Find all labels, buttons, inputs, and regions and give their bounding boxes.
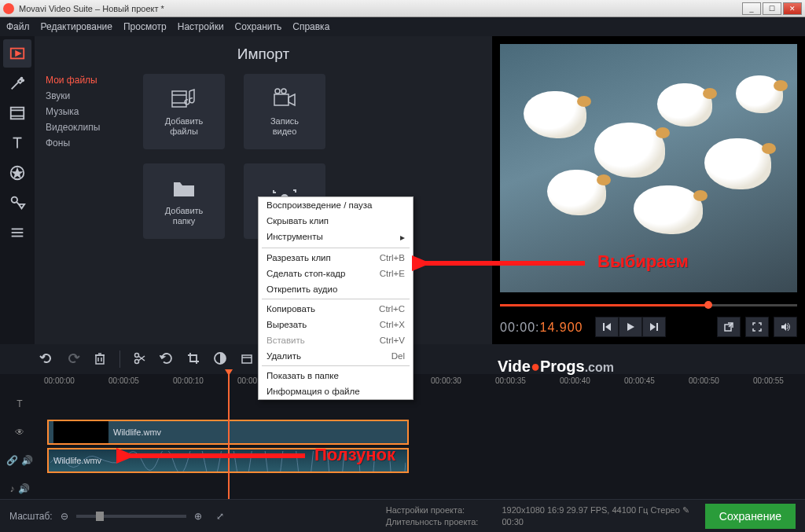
transitions-tab-icon[interactable] xyxy=(3,99,31,127)
ctx-delete[interactable]: УдалитьDel xyxy=(259,348,413,364)
delete-icon[interactable] xyxy=(93,351,107,368)
svg-rect-43 xyxy=(242,355,252,363)
close-button[interactable]: ✕ xyxy=(783,2,802,15)
speaker-icon[interactable]: 🔊 xyxy=(21,455,33,466)
callouts-tab-icon[interactable] xyxy=(3,189,31,217)
annotation-arrow-slider xyxy=(116,440,313,471)
add-files-tile[interactable]: Добавить файлы xyxy=(143,74,225,149)
preview-panel: 00:00:14.900 xyxy=(492,36,805,344)
svg-marker-26 xyxy=(605,323,611,331)
play-button[interactable] xyxy=(619,317,642,337)
zoom-in-icon[interactable]: ⊕ xyxy=(194,511,202,522)
menu-help[interactable]: Справка xyxy=(292,21,329,32)
minimize-button[interactable]: _ xyxy=(742,2,761,15)
import-header: Импорт xyxy=(35,36,492,69)
wizard-icon[interactable] xyxy=(240,351,254,368)
crop-icon[interactable] xyxy=(186,351,200,368)
window-title: Movavi Video Suite – Новый проект * xyxy=(19,4,164,13)
svg-rect-25 xyxy=(603,323,605,331)
camera-icon xyxy=(271,86,298,110)
menubar: Файл Редактирование Просмотр Настройки С… xyxy=(0,17,805,36)
ctx-paste[interactable]: ВставитьCtrl+V xyxy=(259,332,413,348)
record-video-tile[interactable]: Запись видео xyxy=(244,74,325,149)
fullscreen-icon[interactable] xyxy=(745,317,769,337)
menu-view[interactable]: Просмотр xyxy=(123,21,167,32)
ctx-freeze-frame[interactable]: Сделать стоп-кадрCtrl+E xyxy=(259,266,413,281)
proj-duration-label: Длительность проекта: xyxy=(386,517,479,526)
ctx-detach-audio[interactable]: Открепить аудио xyxy=(259,281,413,297)
seek-thumb[interactable] xyxy=(704,301,712,309)
svg-rect-17 xyxy=(172,91,186,107)
titlebar: Movavi Video Suite – Новый проект * _ ☐ … xyxy=(0,0,805,17)
ruler-tick: 00:00:50 xyxy=(689,376,719,385)
sidebar-backgrounds[interactable]: Фоны xyxy=(46,135,137,151)
menu-settings[interactable]: Настройки xyxy=(178,21,224,32)
title-track-icon: T xyxy=(17,398,22,409)
left-toolbar xyxy=(0,36,35,344)
timecode: 00:00:14.900 xyxy=(500,320,583,335)
record-video-label: Запись видео xyxy=(270,116,299,137)
folder-icon xyxy=(171,176,197,200)
prev-button[interactable] xyxy=(595,317,619,337)
zoom-slider[interactable] xyxy=(76,515,186,518)
svg-marker-28 xyxy=(650,323,656,331)
sidebar-clips[interactable]: Видеоклипы xyxy=(46,119,137,135)
ctx-show-in-folder[interactable]: Показать в папке xyxy=(259,368,413,383)
maximize-button[interactable]: ☐ xyxy=(763,2,781,15)
menu-edit[interactable]: Редактирование xyxy=(41,21,112,32)
speaker-icon[interactable]: 🔊 xyxy=(18,483,30,494)
ctx-hide-clip[interactable]: Скрывать клип xyxy=(259,213,413,229)
music-icon[interactable]: ♪ xyxy=(10,483,15,494)
redo-icon[interactable] xyxy=(66,351,80,368)
ctx-cut[interactable]: ВырезатьCtrl+X xyxy=(259,317,413,332)
svg-point-23 xyxy=(281,89,286,94)
svg-marker-27 xyxy=(627,323,634,331)
more-tab-icon[interactable] xyxy=(3,218,31,247)
ruler-tick: 00:00:10 xyxy=(173,376,204,385)
ctx-tools[interactable]: Инструменты▸ xyxy=(259,229,413,246)
svg-marker-10 xyxy=(13,169,21,177)
ruler-tick: 00:00:30 xyxy=(431,376,461,385)
annotation-arrow-select xyxy=(412,244,593,283)
svg-marker-31 xyxy=(781,323,786,331)
next-button[interactable] xyxy=(642,317,666,337)
zoom-out-icon[interactable]: ⊖ xyxy=(61,511,68,522)
rotate-icon[interactable] xyxy=(160,351,174,368)
ctx-split[interactable]: Разрезать клипCtrl+B xyxy=(259,250,413,266)
ctx-copy[interactable]: КопироватьCtrl+C xyxy=(259,301,413,317)
stickers-tab-icon[interactable] xyxy=(3,159,31,187)
ruler-tick: 00:00:45 xyxy=(624,376,655,385)
menu-save[interactable]: Сохранить xyxy=(235,21,282,32)
import-category-list: Мои файлы Звуки Музыка Видеоклипы Фоны xyxy=(35,69,137,344)
ctx-file-info[interactable]: Информация о файле xyxy=(259,383,413,399)
proj-settings-value: 1920x1080 16:9 29.97 FPS, 44100 Гц Стере… xyxy=(502,505,679,515)
sidebar-my-files[interactable]: Мои файлы xyxy=(46,72,137,88)
save-button[interactable]: Сохранение xyxy=(705,504,796,529)
sidebar-music[interactable]: Музыка xyxy=(46,104,137,119)
ruler-tick: 00:00:35 xyxy=(495,376,526,385)
eye-icon[interactable]: 👁 xyxy=(15,427,24,438)
seek-bar[interactable] xyxy=(500,299,797,311)
volume-icon[interactable] xyxy=(774,317,797,337)
menu-file[interactable]: Файл xyxy=(6,21,30,32)
import-tab-icon[interactable] xyxy=(3,39,31,68)
ruler-tick: 00:00:00 xyxy=(44,376,75,385)
svg-marker-21 xyxy=(289,94,295,105)
edit-project-icon[interactable]: ✎ xyxy=(682,505,689,515)
fit-icon[interactable]: ⤢ xyxy=(216,511,224,522)
color-icon[interactable] xyxy=(213,351,227,368)
undo-icon[interactable] xyxy=(39,351,53,368)
split-icon[interactable] xyxy=(133,351,147,368)
titles-tab-icon[interactable] xyxy=(3,129,31,157)
svg-rect-20 xyxy=(274,94,289,105)
ctx-play-pause[interactable]: Воспроизведение / пауза xyxy=(259,197,413,213)
link-icon[interactable]: 🔗 xyxy=(6,455,18,466)
sidebar-sounds[interactable]: Звуки xyxy=(46,88,137,104)
svg-marker-1 xyxy=(16,51,20,56)
svg-rect-29 xyxy=(656,323,658,331)
detach-preview-icon[interactable] xyxy=(717,317,741,337)
ruler-tick: 00:00:55 xyxy=(753,376,784,385)
filters-tab-icon[interactable] xyxy=(3,69,31,97)
add-folder-tile[interactable]: Добавить папку xyxy=(143,163,225,239)
app-logo-icon xyxy=(3,3,14,14)
